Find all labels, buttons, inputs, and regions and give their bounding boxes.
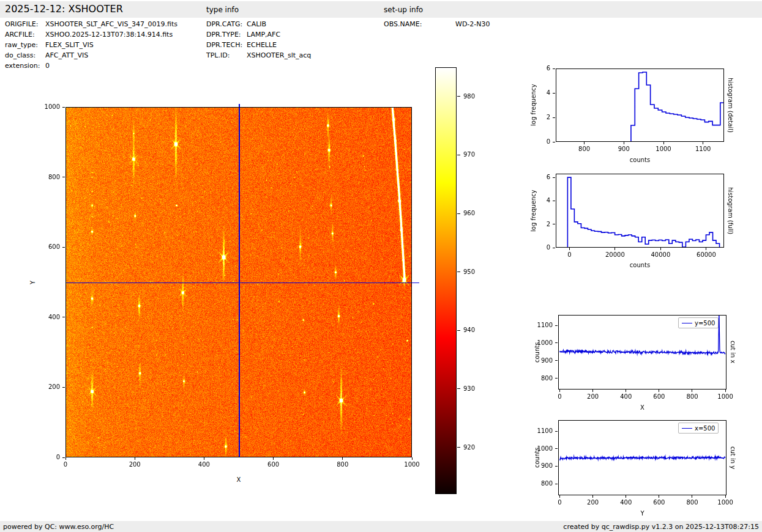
colorbar-tick-label: 970 <box>463 151 475 158</box>
colorbar-tick-mark <box>457 272 460 272</box>
y-tick-mark <box>555 431 558 432</box>
x-tick-mark <box>559 390 560 392</box>
y-tick-mark <box>555 448 558 449</box>
y-tick-mark <box>553 177 555 178</box>
x-tick-label: 800 <box>677 499 708 506</box>
meta-value: 0 <box>45 62 50 70</box>
section-setup-info: set-up info <box>384 6 423 14</box>
y-tick-label: 2 <box>526 221 550 228</box>
x-tick-label: 400 <box>611 393 641 401</box>
y-tick-mark <box>555 342 558 343</box>
colorbar-tick-mark <box>457 447 460 448</box>
colorbar-tick-label: 930 <box>463 385 475 393</box>
y-tick-label: 800 <box>35 174 60 181</box>
x-tick-label: 900 <box>608 146 639 153</box>
cut-y-right-label: cut in y <box>730 420 736 495</box>
y-tick-mark <box>553 142 555 142</box>
x-tick-mark <box>559 495 560 498</box>
meta-value: XSHOOTER_SLT_AFC_VIS_347_0019.fits <box>45 20 177 28</box>
x-tick-label: 0 <box>554 251 585 259</box>
x-tick-label: 0 <box>544 499 575 506</box>
y-tick-label: 2 <box>526 114 550 121</box>
x-tick-label: 400 <box>611 499 641 506</box>
x-tick-label: 1000 <box>710 393 741 401</box>
x-tick-label: 400 <box>189 461 219 468</box>
y-tick-label: 4 <box>526 89 550 97</box>
meta-label: extension: <box>5 62 40 70</box>
hist-detail-xlabel: counts <box>556 157 724 163</box>
y-tick-mark <box>553 201 555 201</box>
hist-full-ylabel: log frequency <box>530 174 537 248</box>
cut-x-frame <box>558 315 727 390</box>
x-tick-mark <box>692 390 692 392</box>
colorbar-tick-label: 960 <box>463 210 475 217</box>
meta-value: ECHELLE <box>247 41 277 49</box>
footer-left-text: powered by QC: www.eso.org/HC <box>3 523 114 531</box>
colorbar-tick-label: 980 <box>463 93 475 100</box>
y-tick-label: 800 <box>528 375 553 382</box>
y-tick-label: 900 <box>528 462 553 470</box>
meta-value: FLEX_SLIT_VIS <box>45 41 94 49</box>
meta-value: CALIB <box>247 20 266 28</box>
y-tick-label: 200 <box>35 383 60 391</box>
x-tick-label: 0 <box>50 461 81 468</box>
colorbar-tick-label: 920 <box>463 444 475 451</box>
x-tick-label: 1000 <box>710 499 741 506</box>
colorbar-tick-mark <box>457 213 460 214</box>
y-tick-label: 6 <box>526 65 550 72</box>
y-tick-mark <box>555 466 558 467</box>
main-ylabel: Y <box>29 107 36 457</box>
y-tick-mark <box>555 484 558 484</box>
colorbar-tick-mark <box>457 96 460 97</box>
y-tick-label: 4 <box>526 197 550 204</box>
x-tick-label: 800 <box>569 146 600 153</box>
meta-value: LAMP,AFC <box>247 31 280 39</box>
qc-report-page: 2025-12-12: XSHOOTER type info set-up in… <box>0 0 762 532</box>
x-tick-mark <box>663 142 664 144</box>
x-tick-label: 200 <box>119 461 150 468</box>
y-tick-label: 900 <box>528 357 553 364</box>
x-tick-mark <box>342 457 343 460</box>
x-tick-label: 800 <box>677 393 708 401</box>
y-tick-mark <box>553 117 555 118</box>
x-tick-mark <box>412 457 413 460</box>
x-tick-mark <box>706 248 706 250</box>
meta-value: XSHOO.2025-12-13T07:38:14.914.fits <box>45 31 173 39</box>
y-tick-mark <box>555 360 558 361</box>
x-tick-mark <box>660 248 661 250</box>
y-tick-label: 1000 <box>528 445 553 453</box>
meta-label: do_class: <box>5 51 35 59</box>
meta-label: ARCFILE: <box>5 31 35 39</box>
x-tick-label: 1000 <box>648 146 679 153</box>
y-tick-label: 1100 <box>528 322 553 329</box>
y-tick-label: 400 <box>35 314 60 321</box>
hist-full-xlabel: counts <box>556 262 724 268</box>
meta-label: ORIGFILE: <box>5 20 38 28</box>
x-tick-mark <box>204 457 204 460</box>
x-tick-label: 40000 <box>645 251 676 259</box>
x-tick-mark <box>725 495 726 498</box>
y-tick-label: 0 <box>526 138 550 146</box>
y-tick-label: 1100 <box>528 427 553 435</box>
x-tick-mark <box>703 142 703 144</box>
colorbar <box>435 67 457 494</box>
x-tick-mark <box>626 495 626 498</box>
cut-x-right-label: cut in x <box>730 315 736 390</box>
x-tick-mark <box>659 495 659 498</box>
colorbar-tick-label: 950 <box>463 268 475 276</box>
y-tick-label: 800 <box>528 480 553 487</box>
section-type-info: type info <box>206 6 239 14</box>
x-tick-mark <box>584 142 585 144</box>
y-tick-mark <box>62 317 65 317</box>
meta-label: DPR.CATG: <box>206 20 242 28</box>
x-tick-mark <box>659 390 659 392</box>
meta-label: raw_type: <box>5 41 38 49</box>
cut-x-xlabel: X <box>558 404 727 411</box>
y-tick-mark <box>62 387 65 388</box>
meta-value: XSHOOTER_slt_acq <box>247 51 311 59</box>
y-tick-mark <box>553 248 555 248</box>
y-tick-label: 0 <box>35 454 60 461</box>
y-tick-label: 6 <box>526 174 550 181</box>
x-tick-label: 1000 <box>397 461 427 468</box>
main-plot-frame <box>65 107 412 457</box>
